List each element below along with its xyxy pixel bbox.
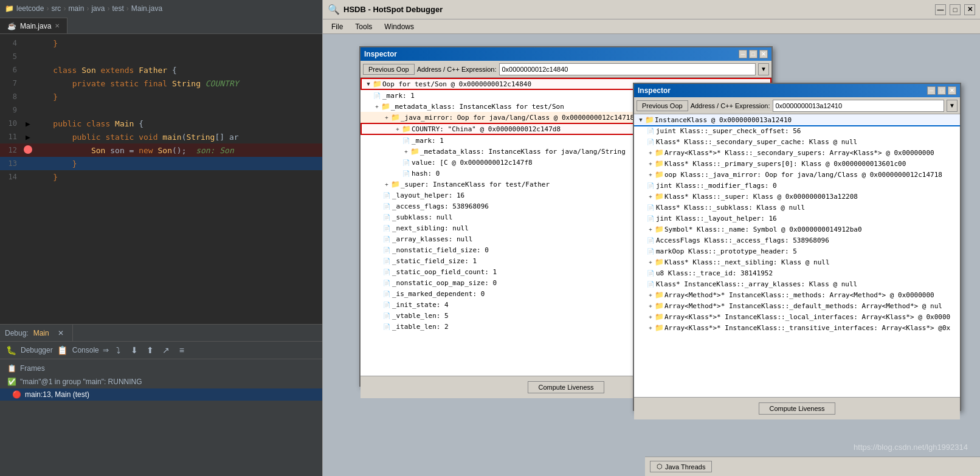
tree2-row-0[interactable]: 📄 juint Klass::_super_check_offset: 56 <box>634 125 960 136</box>
code-line-11: 11 ▶ public static void main(String[] ar <box>0 130 328 143</box>
compute-liveness-btn-2[interactable]: Compute Liveness <box>759 402 835 415</box>
tree2-row-11[interactable]: 📄 markOop Klass::_prototype_header: 5 <box>634 246 960 257</box>
file-icon-12: 📄 <box>382 224 391 232</box>
step-into-btn[interactable]: ⬇ <box>128 344 140 356</box>
menu-file[interactable]: File <box>325 21 349 32</box>
folder-icon-3: 📁 <box>402 125 410 133</box>
thread-running-row[interactable]: ✅ "main"@1 in group "main": RUNNING <box>0 375 328 388</box>
maximize-btn[interactable]: □ <box>950 4 961 15</box>
tree-text-11: _subklass: null <box>392 213 452 221</box>
tab-mainjava[interactable]: ☕ Main.java ✕ <box>0 18 67 33</box>
inspector-2-footer: Compute Liveness <box>634 397 960 419</box>
inspector-1-close[interactable]: ✕ <box>759 50 768 58</box>
file-icon-15: 📄 <box>382 257 391 265</box>
breadcrumb-java[interactable]: java <box>91 4 105 13</box>
file-icon-17: 📄 <box>382 278 391 287</box>
frame-item-main[interactable]: 🔴 main:13, Main (test) <box>0 388 328 401</box>
console-tab-btn[interactable]: 📋 <box>57 344 69 356</box>
address-label-1: Address / C++ Expression: <box>417 66 497 73</box>
dropdown-btn-2[interactable]: ▼ <box>947 100 958 112</box>
inspector-2-min[interactable]: ─ <box>927 86 936 95</box>
tree2-text-14: Klass* InstanceKlass::_array_klasses: Kl… <box>656 280 857 288</box>
code-line-4: 4 } <box>0 36 328 50</box>
tree-text-5: _metadata_klass: InstanceKlass for java/… <box>420 148 626 156</box>
prev-oop-btn-1[interactable]: Previous Oop <box>363 64 415 75</box>
file-icon-19: 📄 <box>382 300 391 309</box>
root-node-2[interactable]: ▼ 📁 InstanceKlass @ 0x0000000013a12410 <box>634 114 960 125</box>
tree2-row-8[interactable]: 📄 jint Klass::_layout_helper: 16 <box>634 213 960 224</box>
tab-x[interactable]: ✕ <box>49 325 73 342</box>
tree2-row-13[interactable]: 📄 u8 Klass::_trace_id: 38141952 <box>634 267 960 278</box>
file2-icon-1: 📄 <box>646 137 655 146</box>
debug-panel: Debug: Main ✕ 🐛 Debugger 📋 Console ⇒ ⤵ ⬇… <box>0 324 328 476</box>
tree2-text-5: jint Klass::_modifier_flags: 0 <box>656 182 777 190</box>
menu-tools[interactable]: Tools <box>349 21 378 32</box>
toggle2-16: + <box>646 302 655 310</box>
folder2-icon-17: 📁 <box>655 312 663 321</box>
file2-icon-13: 📄 <box>646 269 655 277</box>
folder2-icon-18: 📁 <box>655 323 663 332</box>
menu-windows[interactable]: Windows <box>378 21 420 32</box>
inspector-2-body[interactable]: ▼ 📁 InstanceKlass @ 0x0000000013a12410 📄… <box>634 114 960 397</box>
tree2-row-4[interactable]: + 📁 oop Klass::_java_mirror: Oop for jav… <box>634 169 960 180</box>
tree2-row-15[interactable]: + 📁 Array<Method*>* InstanceKlass::_meth… <box>634 289 960 300</box>
debugger-tab-btn[interactable]: 🐛 <box>5 344 17 356</box>
step-out-btn[interactable]: ⬆ <box>144 344 156 356</box>
compute-liveness-btn-1[interactable]: Compute Liveness <box>528 381 604 393</box>
tree2-row-16[interactable]: + 📁 Array<Method*>* InstanceKlass::_defa… <box>634 300 960 311</box>
inspector-1-max[interactable]: □ <box>749 50 757 58</box>
file-icon-4: 📄 <box>402 136 410 145</box>
tree2-row-9[interactable]: + 📁 Symbol* Klass::_name: Symbol @ 0x000… <box>634 224 960 235</box>
toggle-8: + <box>382 180 391 188</box>
tree2-row-17[interactable]: + 📁 Array<Klass*>* InstanceKlass::_local… <box>634 311 960 322</box>
java-threads-btn[interactable]: ⬡ Java Threads <box>650 461 712 472</box>
tree-text-19: _init_state: 4 <box>392 301 449 309</box>
tab-label: Main.java <box>20 22 51 30</box>
file-icon-0: 📄 <box>373 91 381 100</box>
close-btn[interactable]: ✕ <box>964 4 975 15</box>
code-line-12: 12 Son son = new Son(); son: Son <box>0 143 328 157</box>
tree2-row-6[interactable]: + 📁 Klass* Klass::_super: Klass @ 0x0000… <box>634 191 960 202</box>
eval-btn[interactable]: ≡ <box>176 344 188 356</box>
tree2-row-14[interactable]: 📄 Klass* InstanceKlass::_array_klasses: … <box>634 278 960 289</box>
code-editor[interactable]: 4 } 5 6 class Son extends Father { 7 pri… <box>0 34 328 289</box>
tree2-row-18[interactable]: + 📁 Array<Klass*>* InstanceKlass::_trans… <box>634 322 960 333</box>
close-icon[interactable]: ✕ <box>55 22 60 29</box>
tree2-row-1[interactable]: 📄 Klass* Klass::_secondary_super_cache: … <box>634 136 960 147</box>
address-input-1[interactable] <box>499 63 756 75</box>
toggle2-12: + <box>646 258 655 266</box>
tree2-row-10[interactable]: 📄 AccessFlags Klass::_access_flags: 5389… <box>634 235 960 246</box>
file-icon-13: 📄 <box>382 235 391 243</box>
breadcrumb-main[interactable]: main <box>68 4 84 13</box>
folder2-icon-6: 📁 <box>655 192 663 201</box>
tree2-text-2: Array<Klass*>* Klass::_secondary_supers:… <box>664 149 934 157</box>
inspector-1-min[interactable]: ─ <box>739 50 747 58</box>
breadcrumb-mainjava[interactable]: Main.java <box>131 4 162 13</box>
code-line-6: 6 class Son extends Father { <box>0 63 328 77</box>
tree-text-1: _metadata_klass: InstanceKlass for test/… <box>391 103 564 111</box>
tree2-row-3[interactable]: + 📁 Klass* Klass::_primary_supers[0]: Kl… <box>634 158 960 169</box>
tree2-row-7[interactable]: 📄 Klass* Klass::_subklass: Klass @ null <box>634 202 960 213</box>
dropdown-btn-1[interactable]: ▼ <box>758 63 769 75</box>
folder-icon-5: 📁 <box>410 147 419 156</box>
prev-oop-btn-2[interactable]: Previous Oop <box>637 100 688 111</box>
breadcrumb-src[interactable]: src <box>51 4 61 13</box>
tree2-row-2[interactable]: + 📁 Array<Klass*>* Klass::_secondary_sup… <box>634 147 960 158</box>
inspector-2-title: Inspector <box>638 86 671 95</box>
run-cursor-btn[interactable]: ↗ <box>160 344 172 356</box>
file2-icon-0: 📄 <box>646 126 655 135</box>
file-icon-16: 📄 <box>382 267 391 276</box>
code-line-13: 13 } <box>0 157 328 170</box>
breadcrumb-leetcode[interactable]: leetcode <box>16 4 44 13</box>
java-threads-label: Java Threads <box>665 463 705 471</box>
step-over-btn[interactable]: ⤵ <box>112 344 125 356</box>
tree2-row-12[interactable]: + 📁 Klass* Klass::_next_sibling: Klass @… <box>634 257 960 267</box>
address-input-2[interactable] <box>773 100 945 112</box>
breadcrumb-test[interactable]: test <box>112 4 123 13</box>
inspector-1-controls: ─ □ ✕ <box>739 50 768 58</box>
inspector-2-close[interactable]: ✕ <box>948 86 956 95</box>
minimize-btn[interactable]: — <box>935 4 946 15</box>
inspector-2-max[interactable]: □ <box>937 86 946 95</box>
tree2-row-5[interactable]: 📄 jint Klass::_modifier_flags: 0 <box>634 180 960 191</box>
tree2-text-15: Array<Method*>* InstanceKlass::_methods:… <box>664 291 934 299</box>
